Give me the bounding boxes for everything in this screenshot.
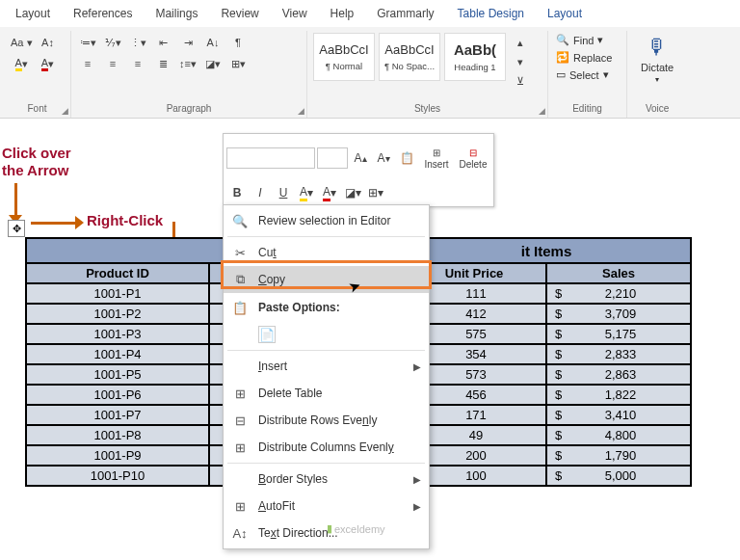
col-sales: Sales [546,263,691,283]
cm-dist-rows[interactable]: ⊟Distribute Rows Evenly [224,407,429,434]
paste-icon: 📋 [231,299,249,316]
tab-grammarly[interactable]: Grammarly [369,4,441,23]
mini-insert-btn[interactable]: ⊞Insert [419,137,454,179]
cm-insert[interactable]: Insert▶ [224,353,429,380]
bullets-btn[interactable]: ≔▾ [77,33,98,52]
style-nospacing[interactable]: AaBbCcI¶ No Spac... [379,33,440,81]
tab-layout[interactable]: Layout [8,4,58,23]
shrink-font-btn[interactable]: A▾ [373,147,394,169]
numbering-btn[interactable]: ⅐▾ [102,33,123,52]
cm-border-styles[interactable]: Border Styles▶ [224,466,429,493]
launcher-icon[interactable]: ◢ [539,106,545,116]
cm-delete-table[interactable]: ⊞Delete Table [224,380,429,407]
autofit-icon: ⊞ [231,497,249,515]
borders-btn[interactable]: ⊞▾ [227,54,249,73]
tab-review[interactable]: Review [213,4,266,23]
group-label-font: Font [10,101,65,116]
mini-delete-btn[interactable]: ⊟Delete [456,137,490,179]
cell-sales: $1,790 [546,445,691,466]
font-name-input[interactable] [226,147,315,169]
tab-table-design[interactable]: Table Design [450,4,532,23]
font-size-input[interactable] [317,147,348,169]
cell-id: 1001-P2 [26,304,209,324]
justify-btn[interactable]: ≣ [152,54,173,73]
font-color-btn[interactable]: A▾ [38,54,59,73]
multilevel-btn[interactable]: ⋮▾ [127,33,148,52]
paste-option-icon: 📄 [258,326,276,343]
mini-shading-btn[interactable]: ◪▾ [342,182,363,203]
cell-id: 1001-P3 [26,324,209,344]
tab-references[interactable]: References [66,4,140,23]
insert-icon: ⊞ [433,147,440,158]
cell-id: 1001-P8 [26,425,209,445]
style-normal[interactable]: AaBbCcI¶ Normal [313,33,375,81]
line-spacing-btn[interactable]: ↕≡▾ [177,54,198,73]
increase-indent-btn[interactable]: ⇥ [177,33,198,52]
tab-mailings[interactable]: Mailings [147,4,205,23]
ribbon-tabs: Layout References Mailings Review View H… [0,0,740,27]
underline-btn[interactable]: U [273,182,294,203]
show-marks-btn[interactable]: ¶ [227,33,249,52]
launcher-icon[interactable]: ◢ [298,106,304,116]
arrow-right-head [75,216,84,229]
launcher-icon[interactable]: ◢ [62,106,68,116]
mini-highlight-btn[interactable]: A▾ [296,182,317,203]
chevron-right-icon: ▶ [413,361,421,372]
cell-id: 1001-P6 [26,385,209,405]
highlight-btn[interactable]: A▾ [10,54,34,73]
style-heading1[interactable]: AaBb(Heading 1 [444,33,506,81]
styles-up-btn[interactable]: ▴ [510,33,531,52]
annotation-click-over: Click over [2,145,71,161]
watermark: ▮exceldemy [327,522,385,535]
cell-id: 1001-P1 [26,283,209,304]
group-paragraph: ≔▾≡ ⅐▾≡ ⋮▾≡ ⇤≣ ⇥↕≡▾ A↓◪▾ ¶⊞▾ Paragraph ◢ [71,31,307,118]
cell-id: 1001-P9 [26,445,209,466]
tab-layout2[interactable]: Layout [540,4,590,23]
align-left-btn[interactable]: ≡ [77,54,98,73]
styles-down-btn[interactable]: ▾ [510,52,531,71]
cell-id: 1001-P5 [26,364,209,385]
tab-help[interactable]: Help [323,4,362,23]
cm-paste-header: 📋Paste Options: [224,293,429,321]
cell-sales: $2,863 [546,364,691,385]
group-voice: 🎙Dictate▾ Voice [627,31,687,118]
cm-dist-cols[interactable]: ⊞Distribute Columns Evenly [224,434,429,461]
mini-font-color-btn[interactable]: A▾ [319,182,340,203]
grow-font-btn[interactable]: A▴ [350,147,371,169]
replace-btn[interactable]: 🔁Replace [554,50,614,65]
shading-btn[interactable]: ◪▾ [202,54,224,73]
change-case-btn[interactable]: A↕ [38,33,59,52]
group-label-editing: Editing [554,101,621,116]
arrow-down [14,183,17,218]
cm-copy[interactable]: ⧉Copy [224,266,429,293]
cm-paste-option[interactable]: 📄 [224,321,429,348]
dictate-btn[interactable]: 🎙Dictate▾ [633,33,681,86]
col-product-id: Product ID [26,263,209,283]
format-painter-btn[interactable]: 📋 [396,147,417,169]
context-menu: 🔍Review selection in Editor ✂Cut ⧉Copy 📋… [223,204,430,549]
cell-sales: $4,800 [546,425,691,445]
cm-autofit[interactable]: ⊞AutoFit▶ [224,493,429,520]
select-btn[interactable]: ▭Select ▾ [554,67,614,82]
mini-borders-btn[interactable]: ⊞▾ [365,182,386,203]
cell-id: 1001-P10 [26,466,209,486]
arrow-right [31,222,78,225]
cell-sales: $2,210 [546,283,691,304]
align-right-btn[interactable]: ≡ [127,54,148,73]
dist-cols-icon: ⊞ [231,439,249,456]
cm-cut[interactable]: ✂Cut [224,239,429,266]
font-size-btn[interactable]: Aa ▾ [10,33,34,52]
cell-sales: $3,410 [546,405,691,425]
align-center-btn[interactable]: ≡ [102,54,123,73]
italic-btn[interactable]: I [250,182,271,203]
table-move-handle[interactable]: ✥ [8,220,25,237]
styles-more-btn[interactable]: ⊻ [510,71,531,91]
mic-icon: 🎙 [647,35,668,60]
tab-view[interactable]: View [275,4,315,23]
bold-btn[interactable]: B [226,182,248,203]
find-btn[interactable]: 🔍Find ▾ [554,33,614,47]
cm-review[interactable]: 🔍Review selection in Editor [224,207,429,234]
cell-sales: $5,000 [546,466,691,486]
sort-btn[interactable]: A↓ [202,33,224,52]
decrease-indent-btn[interactable]: ⇤ [152,33,173,52]
